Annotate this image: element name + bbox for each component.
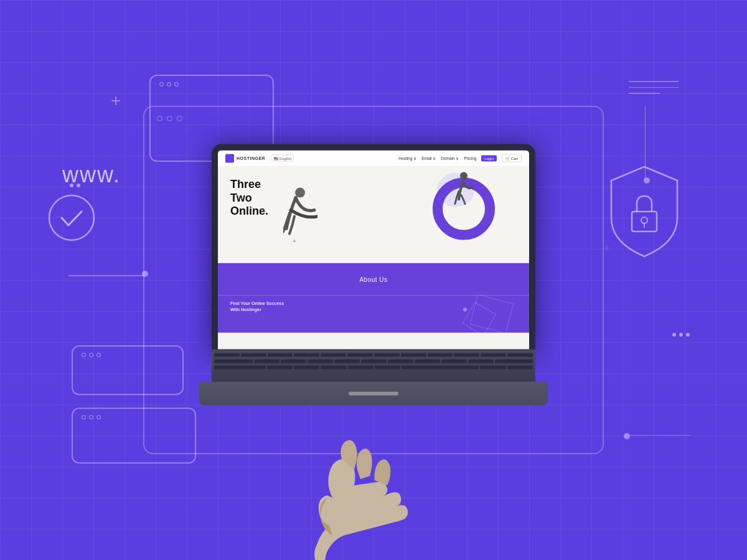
logo-icon (225, 154, 234, 162)
nav-hosting: Hosting ∨ (398, 156, 416, 161)
dot (89, 415, 93, 419)
scatter-dots-1 (70, 184, 80, 187)
sub-dot (463, 308, 467, 312)
key (214, 360, 253, 363)
dot (167, 82, 171, 86)
key (281, 360, 306, 363)
about-us-label: About Us (359, 276, 387, 282)
browser-card-dots (151, 76, 273, 93)
key (507, 366, 533, 370)
browser-card-bottom-left-2 (72, 408, 196, 464)
nav-pricing: Pricing (464, 156, 476, 161)
key (214, 353, 240, 357)
key (454, 353, 479, 357)
dot (96, 353, 101, 357)
key (334, 360, 360, 363)
plus-icon-1: + (111, 92, 121, 110)
keyboard-area (212, 350, 535, 384)
connector-line-left (68, 275, 143, 276)
nav-cart-btn[interactable]: 🛒 Cart (502, 154, 522, 162)
dot (174, 82, 179, 86)
line (629, 81, 679, 82)
key (361, 360, 387, 363)
key (348, 366, 374, 370)
svg-point-2 (641, 217, 647, 223)
key (507, 353, 533, 357)
dot (89, 353, 93, 357)
key (441, 360, 467, 363)
figure-left (283, 185, 317, 238)
laptop-bottom (199, 382, 548, 406)
dot (672, 333, 676, 337)
about-us-section: About Us (218, 263, 529, 296)
svg-point-4 (295, 188, 305, 198)
dot (77, 184, 80, 187)
site-nav: Hosting ∨ Email ∨ Domain ∨ Pricing Login… (398, 154, 522, 162)
dot (82, 415, 86, 419)
key (294, 353, 319, 357)
laptop-screen-bezel: HOSTINGER 🇺🇸 English Hosting ∨ Email ∨ D… (212, 144, 535, 356)
site-logo-area: HOSTINGER 🇺🇸 English (225, 154, 294, 162)
key (294, 366, 319, 370)
key (308, 360, 333, 363)
line (629, 87, 679, 88)
vertical-connector (645, 106, 646, 180)
dot (82, 353, 86, 357)
connector-dot-br (624, 433, 630, 439)
browser-card-dots (73, 409, 195, 426)
laptop-screen: HOSTINGER 🇺🇸 English Hosting ∨ Email ∨ D… (218, 151, 529, 350)
keyboard-row-3 (212, 365, 535, 371)
keyboard-row-1 (212, 350, 535, 358)
laptop: HOSTINGER 🇺🇸 English Hosting ∨ Email ∨ D… (199, 144, 548, 406)
key (401, 353, 426, 357)
line (629, 93, 660, 94)
website-header: HOSTINGER 🇺🇸 English Hosting ∨ Email ∨ D… (218, 151, 529, 167)
connector-dot (644, 177, 650, 184)
dot (159, 82, 164, 86)
svg-rect-1 (632, 212, 657, 231)
dot (96, 415, 101, 419)
key (214, 366, 266, 370)
browser-card-bottom-left-1 (72, 345, 184, 395)
connector-dot-left (142, 271, 148, 277)
connector-lines-right (629, 81, 679, 99)
dot (679, 333, 683, 337)
key (268, 353, 293, 357)
key (428, 353, 453, 357)
key (388, 360, 413, 363)
connector-line-bottom-right (629, 435, 691, 436)
website-hero: Three Two Online. + (218, 167, 529, 263)
key (347, 353, 373, 357)
key (267, 366, 293, 370)
scatter-dots-2 (672, 333, 690, 337)
key (375, 366, 400, 370)
key (480, 366, 505, 370)
figure-right (453, 172, 474, 206)
key (321, 353, 346, 357)
nav-email: Email ∨ (421, 156, 436, 161)
key (254, 360, 280, 363)
key (241, 353, 266, 357)
hero-plus-sign: + (293, 238, 296, 245)
sub-section-text: Find Your Online Success With Hostinger (230, 301, 293, 313)
svg-point-0 (49, 195, 94, 240)
key (468, 360, 494, 363)
nav-login-btn[interactable]: Login (481, 155, 497, 161)
dot (686, 333, 690, 337)
website-sub-section: Find Your Online Success With Hostinger (218, 296, 529, 333)
lang-badge: 🇺🇸 English (271, 155, 294, 162)
trackpad (349, 392, 398, 396)
dot (70, 184, 73, 187)
hand-holding-laptop (295, 436, 482, 560)
check-circle-icon (47, 193, 96, 243)
key (415, 360, 440, 363)
key-space (402, 366, 479, 370)
logo-text: HOSTINGER (237, 156, 265, 161)
browser-card-dots (73, 347, 182, 363)
nav-domain: Domain ∨ (441, 156, 459, 161)
key (321, 366, 346, 370)
keyboard-row-2 (212, 358, 535, 365)
key (374, 353, 400, 357)
key (495, 360, 533, 363)
key (481, 353, 506, 357)
